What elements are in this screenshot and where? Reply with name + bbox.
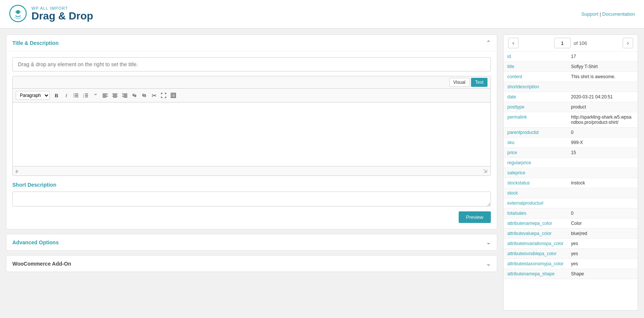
- short-description-input[interactable]: [12, 192, 491, 207]
- nav-next-button[interactable]: ›: [623, 38, 633, 48]
- table-row[interactable]: attributeinvariationspa_coloryes: [504, 239, 638, 249]
- page-number-input[interactable]: 1: [554, 38, 571, 48]
- field-key[interactable]: permalink: [504, 112, 567, 128]
- preview-button[interactable]: Preview: [459, 211, 491, 223]
- paragraph-select[interactable]: Paragraph: [16, 91, 50, 100]
- logo-large-text: Drag & Drop: [31, 10, 93, 22]
- support-link[interactable]: Support: [581, 11, 598, 17]
- title-description-section: Title & Description ⌃ Visual Text Paragr…: [6, 34, 497, 229]
- ul-btn[interactable]: [72, 91, 80, 100]
- field-key[interactable]: attributeistaxonomypa_color: [504, 259, 567, 269]
- tab-text[interactable]: Text: [471, 78, 487, 87]
- resize-handle[interactable]: ⇲: [483, 168, 487, 174]
- table-row[interactable]: sku999-X: [504, 138, 638, 148]
- field-key[interactable]: stock: [504, 188, 567, 198]
- field-key[interactable]: parentproductid: [504, 128, 567, 138]
- field-value: yes: [567, 249, 638, 259]
- more-btn[interactable]: ✂: [149, 91, 158, 100]
- field-key[interactable]: totalsales: [504, 208, 567, 218]
- table-row[interactable]: saleprice: [504, 168, 638, 178]
- field-key[interactable]: externalproducturl: [504, 198, 567, 208]
- ol-btn[interactable]: 1.2.3.: [81, 91, 90, 100]
- field-key[interactable]: title: [504, 62, 567, 72]
- table-row[interactable]: parentproductid0: [504, 128, 638, 138]
- table-row[interactable]: posttypeproduct: [504, 102, 638, 112]
- woocommerce-chevron[interactable]: ⌄: [486, 260, 491, 267]
- table-row[interactable]: totalsales0: [504, 208, 638, 218]
- editor-tag: p: [16, 169, 18, 173]
- woocommerce-section: WooCommerce Add-On ⌄: [6, 255, 497, 272]
- svg-point-7: [74, 97, 75, 97]
- bold-btn[interactable]: B: [52, 91, 61, 100]
- editor-body[interactable]: [13, 103, 490, 166]
- field-key[interactable]: attributenamepa_color: [504, 218, 567, 229]
- woocommerce-header: WooCommerce Add-On ⌄: [6, 256, 497, 272]
- advanced-options-header: Advanced Options ⌄: [6, 234, 497, 250]
- field-value: [567, 158, 638, 168]
- table-row[interactable]: attributeistaxonomypa_coloryes: [504, 259, 638, 269]
- data-fields-table: id17titleSoflyy T-ShirtcontentThis shirt…: [504, 52, 638, 279]
- editor-toolbar: Paragraph B I 1.2.3. “: [13, 89, 490, 103]
- table-row[interactable]: shortdescription: [504, 82, 638, 92]
- table-row[interactable]: date2020-03-21 04:20:51: [504, 92, 638, 102]
- align-right-btn[interactable]: [120, 91, 129, 100]
- field-key[interactable]: attributeisvisiblepa_color: [504, 249, 567, 259]
- field-key[interactable]: attributevaluepa_color: [504, 229, 567, 239]
- field-key[interactable]: posttype: [504, 102, 567, 112]
- svg-point-1: [16, 10, 20, 14]
- table-row[interactable]: attributenamepa_colorColor: [504, 218, 638, 229]
- field-key[interactable]: attributeinvariationspa_color: [504, 239, 567, 249]
- advanced-options-chevron[interactable]: ⌄: [486, 239, 491, 246]
- title-description-header: Title & Description ⌃: [6, 35, 497, 51]
- field-value: 999-X: [567, 138, 638, 148]
- align-left-btn[interactable]: [101, 91, 110, 100]
- table-row[interactable]: attributevaluepa_colorblue|red: [504, 229, 638, 239]
- field-key[interactable]: regularprice: [504, 158, 567, 168]
- field-key[interactable]: id: [504, 52, 567, 62]
- title-description-chevron-up[interactable]: ⌃: [486, 39, 491, 46]
- field-value: [567, 168, 638, 178]
- right-panel: ‹ 1 of 106 › id17titleSoflyy T-Shirtcont…: [503, 34, 638, 311]
- table-row[interactable]: price15: [504, 148, 638, 158]
- unlink-btn[interactable]: [140, 91, 149, 100]
- blockquote-btn[interactable]: “: [91, 91, 100, 100]
- table-row[interactable]: contentThis shirt is awesome.: [504, 72, 638, 82]
- table-row[interactable]: externalproducturl: [504, 198, 638, 208]
- field-key[interactable]: content: [504, 72, 567, 82]
- title-input[interactable]: [12, 57, 491, 71]
- tab-visual[interactable]: Visual: [449, 78, 470, 87]
- header-separator: |: [600, 11, 602, 17]
- table-row[interactable]: titleSoflyy T-Shirt: [504, 62, 638, 72]
- field-key[interactable]: date: [504, 92, 567, 102]
- field-key[interactable]: shortdescription: [504, 82, 567, 92]
- field-value: [567, 198, 638, 208]
- title-description-content: Visual Text Paragraph B I 1.2.3.: [6, 51, 497, 229]
- field-value: [567, 188, 638, 198]
- table-row[interactable]: stock: [504, 188, 638, 198]
- field-key[interactable]: price: [504, 148, 567, 158]
- table-row[interactable]: id17: [504, 52, 638, 62]
- field-key[interactable]: saleprice: [504, 168, 567, 178]
- italic-btn[interactable]: I: [62, 91, 71, 100]
- table-row[interactable]: permalinkhttp://sparkling-shark.w5.wpsan…: [504, 112, 638, 128]
- link-btn[interactable]: [130, 91, 139, 100]
- table-btn[interactable]: [169, 91, 178, 100]
- logo-icon: [9, 4, 27, 24]
- short-description-area: Short Description Preview: [12, 182, 491, 223]
- field-value: yes: [567, 259, 638, 269]
- align-center-btn[interactable]: [110, 91, 119, 100]
- field-value: product: [567, 102, 638, 112]
- nav-prev-button[interactable]: ‹: [508, 38, 519, 48]
- table-row[interactable]: regularprice: [504, 158, 638, 168]
- field-value: 2020-03-21 04:20:51: [567, 92, 638, 102]
- woocommerce-title: WooCommerce Add-On: [12, 261, 71, 267]
- table-row[interactable]: attributenamepa_shapeShape: [504, 269, 638, 279]
- field-value: 0: [567, 128, 638, 138]
- table-row[interactable]: attributeisvisiblepa_coloryes: [504, 249, 638, 259]
- documentation-link[interactable]: Documentation: [602, 11, 635, 17]
- fullscreen-btn[interactable]: [159, 91, 168, 100]
- field-key[interactable]: sku: [504, 138, 567, 148]
- field-key[interactable]: attributenamepa_shape: [504, 269, 567, 279]
- table-row[interactable]: stockstatusinstock: [504, 178, 638, 188]
- field-key[interactable]: stockstatus: [504, 178, 567, 188]
